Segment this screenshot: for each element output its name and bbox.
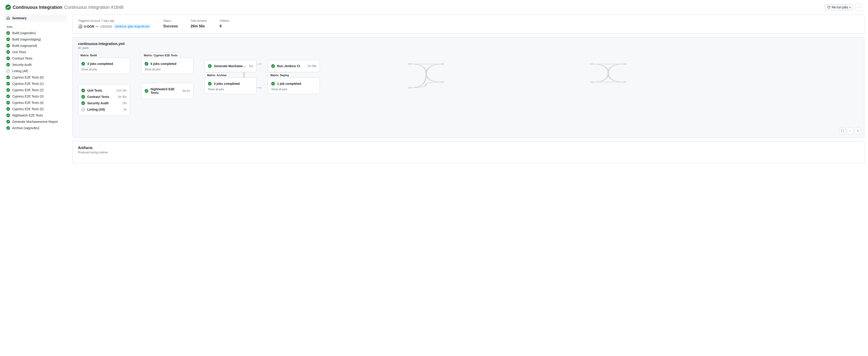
graph-card-nightwatch[interactable]: Nightwatch E2E Tests 5m 0s: [141, 83, 193, 99]
artifacts-sub: Produced during runtime: [78, 151, 859, 154]
graph-job-time: 2m 30s: [118, 95, 127, 98]
sidebar-job-item[interactable]: Cypress E2E Tests (3): [4, 93, 67, 99]
sidebar-job-label: Unit Tests: [12, 50, 26, 54]
graph-job-time: 13s: [122, 101, 127, 105]
sidebar-job-item[interactable]: Archive (vagovdev): [4, 125, 67, 131]
workflow-graph[interactable]: Matrix: Build 3 jobs completed Show all …: [78, 53, 859, 132]
sidebar-job-item[interactable]: Security Audit: [4, 61, 67, 68]
success-icon: [6, 120, 10, 123]
sidebar-job-label: Contract Tests: [12, 57, 32, 60]
graph-card-time: 5m 0s: [182, 89, 190, 92]
sidebar-job-item[interactable]: Build (vagovdev): [4, 30, 67, 36]
success-icon: [208, 82, 212, 86]
workflow-on: on: push: [78, 47, 859, 50]
svg-point-12: [408, 87, 412, 88]
graph-job-name: Unit Tests: [87, 89, 114, 92]
success-icon: [6, 44, 10, 48]
success-icon: [6, 63, 10, 66]
rerun-jobs-button[interactable]: Re-run jobs ▾: [825, 4, 854, 10]
zoom-in-button[interactable]: +: [855, 128, 861, 134]
workflow-graph-panel: continuous-integration.yml on: push: [72, 37, 864, 138]
graph-card-cypress[interactable]: 6 jobs completed Show all jobs: [141, 58, 193, 74]
success-icon: [208, 64, 212, 68]
kebab-menu-button[interactable]: ···: [855, 4, 863, 11]
show-all-jobs[interactable]: Show all jobs: [81, 68, 127, 71]
artifacts-value[interactable]: 9: [219, 24, 229, 28]
graph-job-row[interactable]: Unit Tests11m 14s: [81, 87, 127, 94]
workflow-file[interactable]: continuous-integration.yml: [78, 42, 859, 46]
sidebar-job-item[interactable]: Build (vagovprod): [4, 42, 67, 49]
sidebar-job-label: Cypress E2E Tests (4): [12, 101, 43, 105]
sidebar-job-label: Build (vagovprod): [12, 44, 37, 48]
duration-value: 26m 56s: [191, 24, 207, 28]
graph-job-row[interactable]: Security Audit13s: [81, 100, 127, 106]
workflow-run-number: Continuous Integration #1848: [64, 5, 123, 10]
branch-chip[interactable]: jenkins-gha-migration: [114, 24, 151, 29]
kebab-icon: ···: [857, 5, 861, 9]
show-all-jobs[interactable]: Show all jobs: [271, 88, 316, 91]
svg-point-16: [590, 82, 594, 83]
sidebar-job-label: Archive (vagovdev): [12, 126, 39, 130]
success-icon: [6, 50, 10, 54]
svg-point-15: [622, 63, 626, 65]
sidebar-job-item[interactable]: Cypress E2E Tests (4): [4, 99, 67, 106]
sidebar-jobs-label: Jobs: [4, 22, 67, 30]
plus-icon: +: [857, 129, 859, 133]
graph-card-title: 6 jobs completed: [151, 62, 190, 66]
refresh-icon: [827, 6, 831, 9]
sidebar-job-item[interactable]: Build (vagovstaging): [4, 36, 67, 42]
sidebar-summary[interactable]: Summary: [4, 14, 67, 22]
graph-card-time: 31s: [249, 64, 253, 68]
matrix-label-archive: Matrix: Archive: [205, 72, 229, 78]
show-all-jobs[interactable]: Show all jobs: [145, 68, 190, 71]
success-icon: [6, 37, 10, 41]
matrix-label-cypress: Matrix: Cypress E2E Tests: [141, 53, 180, 58]
trigger-user[interactable]: U-DON: [84, 25, 94, 28]
matrix-label-build: Matrix: Build: [78, 53, 99, 58]
graph-card-stack[interactable]: Unit Tests11m 14sContract Tests2m 30sSec…: [78, 84, 130, 116]
sidebar-job-item[interactable]: Generate Mochawesome Report: [4, 119, 67, 125]
sidebar-job-item[interactable]: Linting (All): [4, 68, 67, 74]
success-icon: [6, 57, 10, 60]
graph-job-row[interactable]: Contract Tests2m 30s: [81, 94, 127, 100]
success-icon: [6, 114, 10, 117]
sidebar-job-item[interactable]: Cypress E2E Tests (1): [4, 81, 67, 87]
success-icon: [81, 101, 85, 105]
graph-card-title: 3 jobs completed: [87, 62, 127, 66]
rerun-jobs-label: Re-run jobs: [832, 5, 848, 9]
sidebar-job-label: Generate Mochawesome Report: [12, 120, 58, 123]
skipped-icon: [6, 69, 10, 73]
graph-card-title: 1 job completed: [277, 82, 316, 86]
graph-job-row[interactable]: Linting (All)0s: [81, 106, 127, 113]
graph-card-build[interactable]: 3 jobs completed Show all jobs: [78, 58, 130, 74]
zoom-out-button[interactable]: −: [847, 128, 853, 134]
sidebar-summary-label: Summary: [12, 16, 27, 20]
status-label: Status: [163, 19, 178, 22]
sidebar-job-item[interactable]: Cypress E2E Tests (0): [4, 74, 67, 81]
show-all-jobs[interactable]: Show all jobs: [208, 88, 253, 91]
zoom-controls: − +: [839, 128, 861, 134]
graph-card-jenkins[interactable]: Run Jenkins CI 1m 56s: [268, 60, 320, 72]
sidebar-job-item[interactable]: Cypress E2E Tests (2): [4, 87, 67, 93]
skipped-icon: [81, 108, 85, 111]
sidebar-job-item[interactable]: Unit Tests: [4, 49, 67, 55]
sidebar-job-label: Cypress E2E Tests (1): [12, 82, 43, 86]
fullscreen-button[interactable]: [839, 128, 846, 134]
sidebar-job-item[interactable]: Cypress E2E Tests (5): [4, 106, 67, 112]
graph-job-time: 0s: [124, 108, 127, 111]
sidebar-job-label: Build (vagovstaging): [12, 37, 41, 41]
commit-sha[interactable]: c30432b: [100, 25, 112, 28]
sidebar-job-label: Security Audit: [12, 63, 32, 66]
sidebar-job-label: Cypress E2E Tests (3): [12, 94, 43, 98]
sidebar-job-item[interactable]: Nightwatch E2E Tests: [4, 112, 67, 119]
sidebar-job-label: Linting (All): [12, 69, 28, 73]
graph-card-archive[interactable]: 3 jobs completed Show all jobs: [205, 78, 256, 94]
success-icon: [6, 94, 10, 98]
graph-card-title: Generate Mochawesome …: [214, 64, 247, 68]
graph-card-deploy[interactable]: 1 job completed Show all jobs: [268, 78, 320, 94]
avatar[interactable]: [78, 24, 83, 29]
graph-card-mochawesome[interactable]: Generate Mochawesome … 31s: [205, 60, 256, 72]
sidebar-job-label: Cypress E2E Tests (2): [12, 88, 43, 92]
graph-job-name: Contract Tests: [87, 95, 116, 99]
sidebar-job-item[interactable]: Contract Tests: [4, 55, 67, 61]
